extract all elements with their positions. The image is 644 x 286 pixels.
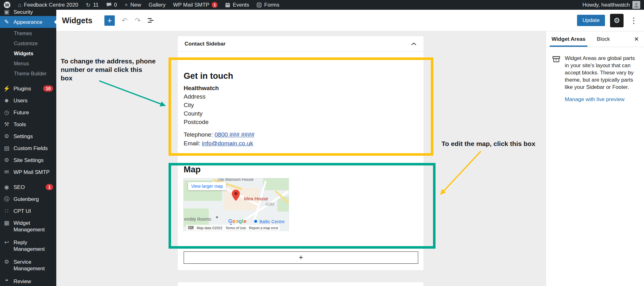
admin-sidebar: ▣ Security ✎ Appearance Themes Customize… [0,10,56,286]
wp-mail-smtp-menu[interactable]: WP Mail SMTP 1 [169,0,221,10]
sidebar-subitem-customize[interactable]: Customize [0,39,56,49]
sidebar-item-wp-mail-smtp[interactable]: ✉ WP Mail SMTP [0,166,56,178]
reply-management-icon: ↩ [3,239,10,246]
address-line: Postcode [184,118,219,126]
report-map-error-link[interactable]: Report a map error [247,225,280,231]
tab-widget-areas[interactable]: Widget Areas [546,31,591,47]
keyboard-icon[interactable]: ⌨ [186,225,195,231]
wp-mail-smtp-badge: 1 [212,2,218,8]
gallery-menu[interactable]: Gallery [145,0,169,10]
plugins-badge: 10 [43,85,53,92]
manage-live-preview-link[interactable]: Manage with live preview [565,96,636,103]
block-appender-button[interactable]: + [184,251,418,264]
sidebar-item-widget-management[interactable]: ▦ Widget Management [0,217,56,236]
telephone-link[interactable]: 0800 ### #### [214,131,254,138]
person-icon [633,2,639,8]
poi-label-baltic-centre[interactable]: Baltic Centre [259,219,285,224]
sidebar-item-cpt-ui[interactable]: ∷ CPT UI [0,205,56,217]
map-attribution: Map data ©2022 [195,225,224,231]
poi-icon-baltic[interactable] [253,219,258,224]
sidebar-item-appearance[interactable]: ✎ Appearance [0,16,56,28]
widget-area-title: Contact Sidebar [185,41,225,47]
sidebar-item-security[interactable]: ▣ Security [0,10,56,16]
address-block[interactable]: Healthwatch Address City County Postcode [184,84,219,126]
place-label-mansion-house: The Mansion House [217,178,253,182]
widget-areas-description: Widget Areas are global parts in your si… [565,55,636,91]
google-logo: Google [228,219,247,224]
wp-mail-smtp-label: WP Mail SMTP [173,2,209,8]
sidebar-subitem-themes[interactable]: Themes [0,29,56,39]
settings-sidebar: Widget Areas Block ✕ Widget Areas are gl… [546,31,644,286]
redo-icon[interactable]: ↷ [135,17,141,24]
telephone-line: Telephone: 0800 ### #### [184,131,254,138]
email-line: Email: info@domain.co.uk [184,140,253,147]
sidebar-item-review[interactable]: ❝ Review [0,275,56,286]
list-view-icon[interactable] [148,17,155,24]
sidebar-subitem-menus[interactable]: Menus [0,59,56,69]
sidebar-item-seo[interactable]: ◉ SEO 1 [0,181,56,193]
widget-areas-panel: Widget Areas are global parts in your si… [546,47,644,103]
sidebar-item-users[interactable]: ☻ Users [0,94,56,106]
widget-area-body: Get in touch Healthwatch Address City Co… [178,52,424,271]
sidebar-item-plugins[interactable]: ⚡ Plugins 10 [0,83,56,94]
admin-bar: W ⌂ Feedback Centre 2020 ↻ 11 0 + New Ga… [0,0,644,10]
review-quote-icon: ❝ [3,278,10,285]
place-label-assembly-rooms: embly Rooms [184,217,211,222]
address-line: Address [184,92,219,101]
gutenberg-icon: Ⓖ [3,196,10,202]
chevron-up-icon[interactable] [411,42,417,46]
email-link[interactable]: info@domain.co.uk [202,140,253,147]
email-label: Email: [184,140,202,147]
sidebar-item-tools[interactable]: ⚒ Tools [0,118,56,130]
view-larger-map-button[interactable]: View larger map [188,182,226,190]
updates-count: 11 [93,2,99,8]
sidebar-item-custom-fields[interactable]: ▤ Custom Fields [0,142,56,154]
widget-area-card: Contact Sidebar Get in touch Healthwatch… [177,36,424,271]
forms-label: Forms [264,2,279,8]
new-label: New [130,2,141,8]
map-embed[interactable]: The Mansion House View larger map Mea Ho… [184,178,289,231]
mail-icon: ✉ [3,169,10,175]
comments-menu[interactable]: 0 [103,0,121,10]
poi-dot-gray [215,215,219,219]
calendar-icon [225,3,230,8]
editor-header: Widgets + ↶ ↷ Update ⚙ ⋮ [56,10,644,31]
sidebar-item-reply-management[interactable]: ↩ Reply Management [0,236,56,256]
settings-toggle-button[interactable]: ⚙ [610,14,624,27]
sidebar-subitem-widgets[interactable]: Widgets [0,49,56,59]
current-menu-arrow [52,19,56,24]
tab-block[interactable]: Block [591,31,616,47]
site-menu[interactable]: ⌂ Feedback Centre 2020 [14,0,82,10]
comments-count: 0 [114,2,117,8]
close-icon[interactable]: ✕ [629,31,644,47]
undo-icon[interactable]: ↶ [122,17,128,24]
sidebar-item-gutenberg[interactable]: Ⓖ Gutenberg [0,193,56,205]
updates-menu[interactable]: ↻ 11 [82,0,103,10]
forms-menu[interactable]: Forms [253,0,283,10]
get-in-touch-heading[interactable]: Get in touch [184,71,233,81]
page-title: Widgets [62,16,92,25]
widget-management-icon: ▦ [3,219,10,226]
site-settings-icon: ⚙ [3,157,10,164]
events-menu[interactable]: Events [221,0,253,10]
next-widget-area-card[interactable] [177,282,424,286]
wordpress-menu[interactable]: W [0,0,14,10]
custom-fields-icon: ▤ [3,145,10,152]
map-heading[interactable]: Map [184,165,201,175]
options-menu-icon[interactable]: ⋮ [629,16,639,25]
account-menu[interactable]: Howdy, healthwatch [579,1,644,9]
org-name: Healthwatch [184,84,219,92]
map-footer: ⌨ Map data ©2022 Terms of Use Report a m… [186,225,289,231]
appearance-icon: ✎ [3,19,10,25]
sidebar-item-site-settings[interactable]: ⚙ Site Settings [0,154,56,166]
new-menu[interactable]: + New [121,0,145,10]
sidebar-item-service-management[interactable]: ⚙ Service Management [0,256,56,275]
block-inserter-button[interactable]: + [104,15,115,26]
update-button[interactable]: Update [577,15,605,26]
sidebar-item-future[interactable]: ◷ Future [0,106,56,118]
map-pin-icon[interactable] [232,190,240,201]
sidebar-item-settings[interactable]: ⚙ Settings [0,130,56,142]
sidebar-subitem-theme-builder[interactable]: Theme Builder [0,69,56,79]
terms-of-use-link[interactable]: Terms of Use [224,225,247,231]
widget-area-header[interactable]: Contact Sidebar [178,36,424,52]
